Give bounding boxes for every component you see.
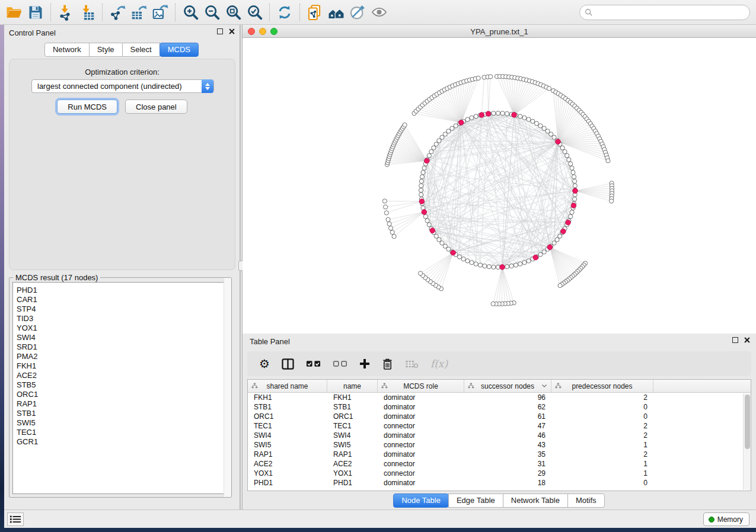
- table-header-row: shared namenameMCDS rolesuccessor nodesp…: [248, 380, 751, 393]
- refresh-icon[interactable]: [274, 2, 295, 23]
- table-cell: 35: [464, 450, 551, 459]
- tab-network[interactable]: Network: [44, 43, 90, 57]
- delete-column-icon[interactable]: [382, 358, 393, 370]
- float-panel-icon[interactable]: [732, 337, 738, 343]
- mcds-result-item[interactable]: TID3: [17, 314, 228, 323]
- table-cell: ACE2: [327, 460, 378, 468]
- export-table-icon[interactable]: [128, 2, 149, 23]
- search-input[interactable]: [595, 8, 749, 17]
- export-image-icon[interactable]: [149, 2, 171, 23]
- table-scrollbar[interactable]: [743, 393, 751, 490]
- tab-node-table[interactable]: Node Table: [393, 493, 449, 508]
- run-mcds-button[interactable]: Run MCDS: [57, 100, 117, 114]
- table-cell: STB1: [327, 403, 378, 411]
- close-panel-button[interactable]: Close panel: [125, 100, 187, 114]
- table-cell: STB1: [248, 403, 327, 411]
- mcds-result-item[interactable]: GCR1: [17, 437, 228, 447]
- search-field[interactable]: [579, 5, 750, 20]
- delete-table-icon: [405, 360, 419, 368]
- zoom-fit-icon[interactable]: [222, 2, 244, 23]
- open-session-icon[interactable]: [4, 2, 25, 23]
- close-panel-icon[interactable]: [744, 337, 750, 343]
- network-overview-icon[interactable]: [326, 2, 347, 23]
- mcds-result-list[interactable]: PHD1CAR1STP4TID3YOX1SWI4SRD1PMA2FKH1ACE2…: [12, 282, 228, 494]
- zoom-selected-icon[interactable]: [244, 2, 265, 23]
- mcds-result-item[interactable]: STB1: [17, 409, 228, 418]
- deselect-all-checkboxes-icon[interactable]: [333, 360, 347, 367]
- mcds-result-item[interactable]: RAP1: [17, 399, 228, 409]
- select-all-checkboxes-icon[interactable]: [306, 360, 321, 367]
- table-cell: FKH1: [248, 393, 327, 402]
- import-table-icon[interactable]: [76, 2, 98, 23]
- mcds-result-item[interactable]: FKH1: [17, 361, 228, 371]
- mcds-result-item[interactable]: SWI4: [17, 333, 228, 342]
- hide-graphics-details-icon[interactable]: [347, 2, 368, 23]
- zoom-in-icon[interactable]: [180, 2, 201, 23]
- tab-edge-table[interactable]: Edge Table: [448, 493, 503, 508]
- mcds-result-item[interactable]: PMA2: [17, 352, 228, 361]
- table-cell: 18: [464, 479, 551, 487]
- mcds-result-item[interactable]: TEC1: [17, 428, 228, 437]
- show-graphics-details-icon[interactable]: [368, 2, 390, 23]
- result-list-scrollbar[interactable]: [224, 278, 231, 497]
- tab-style[interactable]: Style: [89, 43, 123, 57]
- save-session-icon[interactable]: [25, 2, 46, 23]
- clone-network-file-icon[interactable]: [304, 2, 326, 23]
- mcds-result-item[interactable]: SWI5: [17, 418, 228, 428]
- table-row[interactable]: SWI4SWI4dominator462: [248, 431, 751, 440]
- add-column-icon[interactable]: [359, 358, 370, 369]
- table-cell: SWI5: [327, 441, 378, 449]
- network-view-window: YPA_prune.txt_1: [243, 25, 756, 334]
- table-row[interactable]: SWI5SWI5connector431: [248, 440, 751, 450]
- mcds-result-item[interactable]: CAR1: [17, 295, 228, 305]
- table-row[interactable]: RAP1RAP1dominator352: [248, 450, 751, 459]
- network-window-titlebar[interactable]: YPA_prune.txt_1: [243, 25, 756, 38]
- application-window: Control Panel NetworkStyleSelectMCDS Opt…: [0, 0, 756, 532]
- table-cell: 2: [551, 393, 653, 402]
- table-cell: 29: [464, 469, 551, 477]
- tab-motifs[interactable]: Motifs: [567, 493, 605, 508]
- table-row[interactable]: ACE2ACE2connector311: [248, 459, 751, 469]
- table-row[interactable]: PHD1PHD1dominator180: [248, 478, 751, 488]
- task-history-button[interactable]: [7, 512, 24, 526]
- settings-gear-icon[interactable]: ⚙: [259, 358, 270, 370]
- table-scrollbar-thumb[interactable]: [745, 395, 750, 449]
- mcds-result-item[interactable]: ORC1: [17, 390, 228, 399]
- import-network-icon[interactable]: [55, 2, 76, 23]
- table-row[interactable]: YOX1YOX1connector291: [248, 469, 751, 478]
- mcds-result-item[interactable]: STB5: [17, 380, 228, 390]
- zoom-out-icon[interactable]: [201, 2, 222, 23]
- mcds-result-item[interactable]: SRD1: [17, 342, 228, 352]
- table-row[interactable]: FKH1FKH1dominator962: [248, 393, 751, 402]
- mcds-result-item[interactable]: PHD1: [17, 286, 228, 295]
- memory-button[interactable]: Memory: [703, 512, 749, 526]
- control-panel-titlebar: Control Panel: [4, 25, 240, 40]
- tab-network-table[interactable]: Network Table: [503, 493, 568, 508]
- column-header-name[interactable]: name: [327, 380, 378, 392]
- table-cell: 1: [551, 441, 653, 449]
- table-cell: 96: [464, 393, 551, 402]
- network-canvas[interactable]: [243, 38, 756, 334]
- show-columns-icon[interactable]: [282, 358, 294, 370]
- table-row[interactable]: STB1STB1dominator620: [248, 402, 751, 412]
- mcds-result-item[interactable]: STP4: [17, 305, 228, 314]
- table-body: FKH1FKH1dominator962STB1STB1dominator620…: [248, 393, 751, 488]
- close-panel-icon[interactable]: [229, 28, 235, 34]
- column-header-predecessor-nodes[interactable]: predecessor nodes: [551, 380, 653, 392]
- table-toolbar: ⚙ f(x): [247, 351, 751, 376]
- float-panel-icon[interactable]: [217, 28, 223, 34]
- tab-mcds[interactable]: MCDS: [160, 43, 199, 57]
- column-header-shared-name[interactable]: shared name: [248, 380, 327, 392]
- column-header-MCDS-role[interactable]: MCDS role: [378, 380, 464, 392]
- table-cell: ACE2: [248, 460, 327, 468]
- export-network-icon[interactable]: [107, 2, 128, 23]
- table-row[interactable]: ORC1ORC1dominator610: [248, 412, 751, 421]
- table-row[interactable]: TEC1TEC1connector472: [248, 421, 751, 431]
- list-icon: [9, 515, 21, 524]
- tab-select[interactable]: Select: [122, 43, 160, 57]
- column-header-successor-nodes[interactable]: successor nodes: [464, 380, 551, 392]
- mcds-result-item[interactable]: ACE2: [17, 371, 228, 380]
- optimization-criterion-select[interactable]: largest connected component (undirected): [31, 79, 214, 93]
- network-graph[interactable]: [243, 38, 756, 334]
- mcds-result-item[interactable]: YOX1: [17, 323, 228, 333]
